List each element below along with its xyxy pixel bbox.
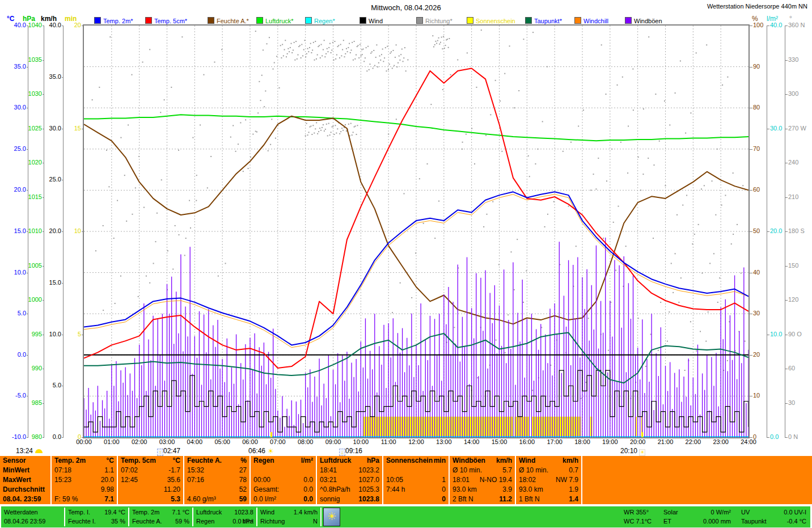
cell-value: 1025.3: [358, 485, 379, 495]
legend-item-luftdruck-[interactable]: Luftdruck*: [256, 17, 294, 24]
legend-label: Temp. 2m*: [103, 18, 133, 24]
tick-stub: [43, 163, 44, 163]
legend-item-richtung-[interactable]: Richtung*: [416, 17, 452, 24]
page-title: Mittwoch, 08.04.2026: [0, 3, 812, 12]
time-label: 12:00: [404, 438, 429, 445]
time-label: 08:00: [293, 438, 318, 445]
time-label: 16:00: [514, 438, 539, 445]
axis-tick: 10: [58, 227, 81, 234]
table-group-temp-2m: Temp. 2m°C07:181.115:2320.09.98F: 59 %7.…: [52, 456, 117, 504]
status-value: 35 %: [111, 517, 125, 526]
table-row: 18:411023.2: [317, 466, 382, 475]
data-cell: [121, 495, 171, 504]
status-bar: Wetterdaten08.04.26 23:59Temp. I.19.4 °C…: [1, 506, 810, 528]
status-row: ET0.000 mm: [661, 517, 734, 526]
time-label: 00:00: [71, 438, 96, 445]
column-header: Temp. 2m: [54, 456, 107, 466]
table-row: Feuchte A.%: [184, 456, 249, 466]
table-row: Durchschnitt: [0, 485, 50, 495]
legend-item-feuchte-a-[interactable]: Feuchte A.*: [208, 17, 249, 24]
cell-value: 27: [239, 466, 247, 475]
table-group-sensor: SensorMinWertMaxWertDurchschnitt08.04. 2…: [0, 456, 50, 504]
data-cell: 2 Bft N: [452, 495, 499, 504]
tick-stub: [767, 26, 769, 26]
tick-stub: [785, 26, 788, 26]
data-cell: 93.0 km: [519, 485, 569, 495]
weather-plot: [84, 26, 748, 437]
axis-tick: 1005: [19, 262, 42, 269]
legend-label: Windböen: [634, 18, 662, 24]
tick-stub: [785, 231, 788, 232]
tick-stub: [43, 60, 44, 61]
tick-stub: [27, 355, 28, 356]
table-row: Sonnenscheinmin: [383, 456, 449, 466]
legend-item-windb-en[interactable]: Windböen: [625, 17, 662, 24]
table-row: 03:211027.0: [317, 475, 382, 485]
table-row: 0: [383, 495, 449, 504]
table-row: MinWert: [0, 466, 50, 475]
legend-item-temp-2m-[interactable]: Temp. 2m*: [94, 17, 133, 24]
time-label: 11:00: [376, 438, 401, 445]
table-row: 15:2320.0: [52, 475, 117, 485]
sunrise-label: 06:46 ☀: [248, 447, 274, 455]
status-label: 08.04.26 23:59: [4, 517, 61, 526]
legend-label: Regen*: [314, 18, 335, 24]
legend-item-windchill[interactable]: Windchill: [574, 17, 608, 24]
axis-tick: 25.0: [39, 176, 61, 183]
axis-tick: 5: [58, 331, 81, 337]
day-length-label: 13:24: [16, 447, 43, 455]
tick-stub: [785, 163, 788, 163]
table-group-windb-en: Windböenkm/hØ 10 min.5.718:01N-NO 19.493…: [450, 456, 515, 504]
cell-value: hPa: [367, 456, 379, 466]
axis-tick: -5.0: [3, 392, 26, 399]
legend-label: Wind: [369, 18, 383, 24]
column-header: Luftdruck: [320, 456, 367, 466]
status-row: RichtungN: [257, 517, 320, 526]
table-row: 11.20: [118, 485, 183, 495]
time-label: 06:00: [238, 438, 263, 445]
status-cell-3: Luftdruck1023.8 hPaRegen0.0 l/m²: [193, 508, 257, 526]
status-row: UV0.0 UV-I: [738, 508, 809, 517]
table-row: 5.3: [118, 495, 183, 504]
tick-stub: [27, 396, 28, 396]
axis-tick: 35.0: [39, 73, 61, 80]
legend-swatch-icon: [360, 17, 366, 24]
time-label: 07:00: [265, 438, 290, 445]
axis-tick: 5.0: [39, 382, 61, 388]
table-row: MaxWert: [0, 475, 50, 485]
table-row: Windböenkm/h: [450, 456, 515, 466]
status-row: Feuchte I.35 %: [65, 517, 128, 526]
tick-stub: [27, 273, 28, 273]
status-row: Wind1.4 km/h: [257, 508, 320, 517]
data-cell: [121, 485, 164, 495]
legend-item-wind[interactable]: Wind: [360, 17, 383, 24]
column-header: Sonnenschein: [386, 456, 434, 466]
data-cell: [386, 495, 442, 504]
status-cell-right-0: WR 355°WC 7.1°C: [621, 508, 658, 526]
legend-swatch-icon: [625, 17, 632, 24]
data-cell: sonnig: [320, 495, 358, 504]
tick-stub: [767, 129, 769, 129]
axis-tick: 1035: [19, 56, 42, 63]
legend-item-sonnenschein[interactable]: Sonnenschein: [467, 17, 515, 24]
status-label: Solar: [663, 508, 711, 517]
tick-stub: [785, 437, 788, 438]
data-cell: [187, 485, 239, 495]
legend-item-taupunkt-[interactable]: Taupunkt*: [525, 17, 562, 24]
time-label: 01:00: [99, 438, 124, 445]
table-row: Ø 10 min.5.7: [450, 466, 515, 475]
table-row: sonnig1023.8: [317, 495, 382, 504]
legend-item-temp-5cm-[interactable]: Temp. 5cm*: [145, 17, 187, 24]
time-label: 14:00: [459, 438, 484, 445]
legend-label: Luftdruck*: [265, 18, 294, 24]
tick-stub: [785, 197, 788, 198]
table-row: 52: [184, 485, 249, 495]
cell-value: 78: [239, 475, 247, 485]
table-row: Temp. 2m°C: [52, 456, 117, 466]
tick-stub: [750, 314, 752, 314]
data-cell: Ø 10 min.: [519, 466, 569, 475]
row-label: 08.04. 23:59: [3, 495, 48, 504]
cell-value: 1.4: [569, 495, 578, 504]
status-row: Temp. 2m7.1 °C: [129, 508, 192, 517]
legend-item-regen-[interactable]: Regen*: [305, 17, 335, 24]
